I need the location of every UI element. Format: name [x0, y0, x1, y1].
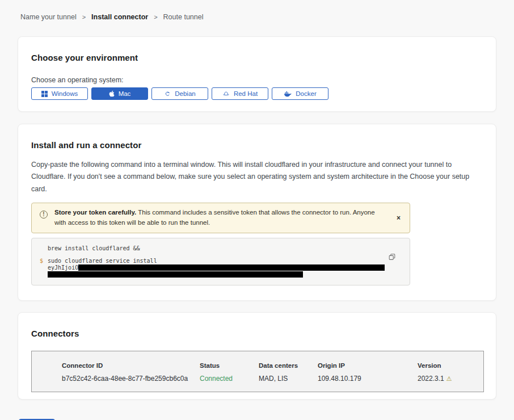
header-version: Version — [418, 362, 483, 369]
header-data-centers: Data centers — [259, 362, 318, 369]
docker-logo-icon — [284, 90, 292, 97]
os-button-label: Windows — [52, 90, 78, 97]
breadcrumb: Name your tunnel > Install connector > R… — [0, 0, 514, 21]
token-prefix: eyJhIjoiO — [48, 264, 78, 271]
redacted-token-bar — [78, 264, 385, 271]
connectors-card-title: Connectors — [31, 329, 483, 338]
breadcrumb-route-tunnel[interactable]: Route tunnel — [163, 13, 204, 21]
redacted-token-bar — [48, 271, 303, 278]
header-origin-ip: Origin IP — [318, 362, 418, 369]
redhat-logo-icon — [222, 90, 230, 97]
os-button-windows[interactable]: Windows — [31, 87, 88, 100]
cell-origin-ip: 109.48.10.179 — [318, 375, 418, 383]
breadcrumb-name-your-tunnel[interactable]: Name your tunnel — [20, 13, 77, 21]
os-button-mac[interactable]: Mac — [91, 87, 148, 100]
warning-triangle-icon: ⚠ — [446, 375, 452, 383]
code-line-brew: brew install cloudflared && — [32, 245, 410, 252]
connectors-table: Connector ID Status Data centers Origin … — [31, 351, 484, 392]
cell-connector-id: b7c52c42-6caa-48ee-8c77-fbe259cb6c0a — [62, 375, 200, 383]
tunnel-setup-page: Name your tunnel > Install connector > R… — [0, 0, 514, 420]
os-button-redhat[interactable]: Red Hat — [212, 87, 268, 100]
install-description: Copy-paste the following command into a … — [31, 159, 483, 195]
install-card-title: Install and run a connector — [31, 140, 483, 150]
header-status: Status — [200, 362, 259, 369]
debian-logo-icon — [164, 90, 171, 97]
version-value: 2022.3.1 — [418, 375, 444, 383]
breadcrumb-separator: > — [82, 14, 86, 20]
os-button-label: Debian — [175, 90, 195, 97]
table-header-row: Connector ID Status Data centers Origin … — [62, 362, 483, 369]
os-button-debian[interactable]: Debian — [151, 87, 208, 100]
os-select-label: Choose an operating system: — [31, 76, 483, 84]
breadcrumb-install-connector[interactable]: Install connector — [91, 13, 148, 21]
table-row: b7c52c42-6caa-48ee-8c77-fbe259cb6c0a Con… — [62, 375, 483, 383]
code-line-service-install: $sudo cloudflared service install — [32, 258, 410, 264]
connectors-card: Connectors Connector ID Status Data cent… — [18, 312, 496, 400]
choose-environment-card: Choose your environment Choose an operat… — [18, 36, 496, 112]
environment-card-title: Choose your environment — [31, 53, 483, 62]
cell-data-centers: MAD, LIS — [259, 375, 318, 383]
breadcrumb-separator: > — [154, 14, 157, 20]
apple-logo-icon — [109, 90, 115, 97]
warning-text: Store your token carefully. This command… — [54, 208, 381, 228]
code-line-token: eyJhIjoiO — [32, 264, 410, 271]
cell-version: 2022.3.1⚠ — [418, 375, 483, 383]
os-button-label: Red Hat — [234, 90, 258, 97]
windows-logo-icon — [41, 91, 48, 97]
token-warning-banner: ! Store your token carefully. This comma… — [31, 203, 410, 234]
install-command-block: brew install cloudflared && $sudo cloudf… — [31, 238, 410, 285]
os-button-label: Mac — [119, 90, 131, 97]
os-button-group: Windows Mac Debian Red Hat — [31, 87, 483, 100]
alert-circle-icon: ! — [40, 211, 48, 219]
header-connector-id: Connector ID — [62, 362, 200, 369]
warning-title: Store your token carefully. — [54, 209, 136, 216]
shell-prompt: $ — [40, 258, 43, 264]
copy-icon[interactable] — [388, 253, 396, 263]
status-badge: Connected — [200, 375, 259, 383]
os-button-label: Docker — [296, 90, 316, 97]
install-connector-card: Install and run a connector Copy-paste t… — [18, 124, 496, 301]
code-command: sudo cloudflared service install — [48, 258, 157, 264]
close-icon[interactable]: × — [394, 212, 403, 224]
os-button-docker[interactable]: Docker — [272, 87, 328, 100]
